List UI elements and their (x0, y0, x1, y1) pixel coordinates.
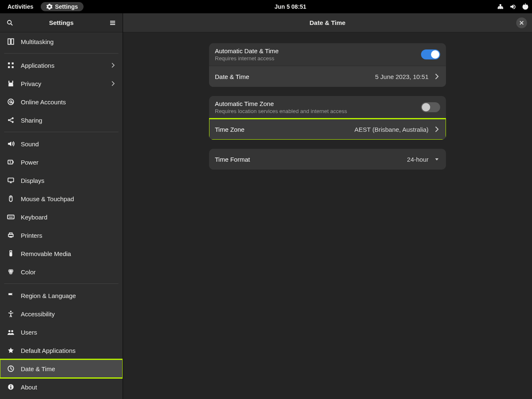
sidebar-item-applications[interactable]: Applications (0, 56, 123, 74)
sidebar-item-sound[interactable]: Sound (0, 135, 123, 153)
sidebar-separator (4, 283, 118, 284)
row-sublabel: Requires location services enabled and i… (215, 108, 416, 114)
sidebar-item-label: Printers (21, 232, 116, 239)
svg-rect-12 (8, 84, 13, 86)
svg-rect-26 (10, 236, 12, 237)
sidebar-item-default-apps[interactable]: Default Applications (0, 341, 123, 360)
automatic-time-zone-row: Automatic Time Zone Requires location se… (209, 96, 446, 119)
sidebar-item-removable[interactable]: Removable Media (0, 244, 123, 263)
sidebar-item-label: Displays (21, 177, 116, 184)
sidebar-item-color[interactable]: Color (0, 263, 123, 281)
sidebar-item-label: Mouse & Touchpad (21, 195, 116, 202)
gear-icon (47, 4, 52, 10)
svg-rect-25 (10, 233, 12, 234)
chevron-right-icon (433, 73, 440, 80)
settings-sidebar: Settings MultitaskingApplicationsPrivacy… (0, 13, 123, 399)
share-icon (7, 116, 15, 124)
gnome-top-bar: Activities Settings Jun 5 08:51 (0, 0, 532, 13)
svg-point-34 (11, 330, 13, 332)
sidebar-item-mouse[interactable]: Mouse & Touchpad (0, 190, 123, 208)
sidebar-header: Settings (0, 13, 123, 32)
sidebar-item-label: Color (21, 268, 116, 276)
users-icon (7, 328, 15, 336)
sidebar-item-privacy[interactable]: Privacy (0, 74, 123, 93)
printer-icon (7, 231, 15, 239)
usb-icon (7, 249, 15, 258)
svg-rect-20 (8, 178, 14, 182)
sidebar-separator (4, 53, 118, 54)
sidebar-item-label: Multitasking (21, 38, 116, 45)
row-label: Date & Time (215, 73, 370, 80)
panel-title: Date & Time (139, 19, 516, 26)
color-icon (7, 268, 15, 276)
time-zone-row[interactable]: Time Zone AEST (Brisbane, Australia) (209, 119, 446, 140)
automatic-date-time-switch[interactable] (421, 49, 440, 59)
sidebar-item-online-accounts[interactable]: Online Accounts (0, 93, 123, 111)
activities-button[interactable]: Activities (3, 2, 37, 11)
date-time-group: Automatic Date & Time Requires internet … (209, 43, 446, 87)
sidebar-item-label: Online Accounts (21, 99, 116, 106)
network-icon[interactable] (497, 3, 504, 10)
time-format-row[interactable]: Time Format 24-hour (209, 149, 446, 170)
sidebar-item-about[interactable]: About (0, 378, 123, 396)
svg-point-31 (9, 271, 12, 274)
sidebar-item-date-time[interactable]: Date & Time (0, 360, 123, 378)
sidebar-list: MultitaskingApplicationsPrivacyOnline Ac… (0, 32, 123, 399)
svg-rect-1 (498, 7, 499, 9)
privacy-icon (7, 79, 15, 88)
sidebar-item-displays[interactable]: Displays (0, 171, 123, 190)
row-sublabel: Requires internet access (215, 55, 416, 62)
hamburger-menu-button[interactable] (108, 18, 118, 28)
svg-rect-9 (12, 62, 14, 64)
close-button[interactable] (516, 17, 527, 28)
sidebar-item-users[interactable]: Users (0, 323, 123, 341)
keyboard-icon (7, 213, 15, 221)
svg-rect-7 (11, 39, 14, 44)
multitasking-icon (7, 37, 15, 46)
svg-point-17 (12, 121, 14, 123)
svg-point-16 (12, 117, 14, 119)
automatic-date-time-row: Automatic Date & Time Requires internet … (209, 43, 446, 66)
sidebar-item-multitasking[interactable]: Multitasking (0, 32, 123, 51)
sidebar-separator (4, 132, 118, 132)
svg-rect-38 (10, 387, 11, 389)
sidebar-item-label: Privacy (21, 80, 104, 87)
row-label: Automatic Time Zone (215, 100, 416, 107)
date-time-row[interactable]: Date & Time 5 June 2023, 10:51 (209, 66, 446, 87)
sidebar-item-keyboard[interactable]: Keyboard (0, 208, 123, 226)
svg-rect-19 (13, 161, 14, 163)
main-panel: Date & Time Automatic Date & Time Requir… (123, 13, 532, 399)
time-format-group: Time Format 24-hour (209, 149, 446, 170)
active-app-label: Settings (55, 3, 78, 10)
sidebar-item-label: Date & Time (21, 365, 116, 372)
svg-point-32 (10, 311, 12, 313)
dropdown-icon (433, 156, 440, 163)
search-button[interactable] (5, 18, 15, 28)
svg-rect-8 (8, 62, 10, 64)
row-label: Time Format (215, 156, 402, 163)
sidebar-item-region[interactable]: Region & Language (0, 286, 123, 305)
clock-icon (7, 365, 15, 373)
svg-rect-23 (7, 215, 14, 219)
power-icon (7, 158, 15, 166)
sidebar-item-accessibility[interactable]: Accessibility (0, 305, 123, 323)
display-icon (7, 176, 15, 185)
sidebar-item-label: Removable Media (21, 250, 116, 257)
sidebar-item-power[interactable]: Power (0, 153, 123, 171)
sidebar-item-printers[interactable]: Printers (0, 226, 123, 244)
power-icon[interactable] (522, 3, 529, 10)
flag-icon (7, 291, 15, 300)
main-header: Date & Time (123, 13, 532, 32)
chevron-right-icon (110, 81, 116, 86)
sidebar-item-label: Keyboard (21, 214, 116, 221)
clock[interactable]: Jun 5 08:51 (84, 3, 497, 10)
svg-point-4 (7, 20, 11, 24)
sidebar-item-label: About (21, 384, 116, 391)
svg-rect-27 (10, 251, 12, 253)
sidebar-item-label: Power (21, 159, 116, 166)
volume-icon[interactable] (510, 3, 516, 10)
active-app-indicator[interactable]: Settings (41, 2, 84, 11)
sidebar-item-label: Users (21, 329, 116, 336)
sidebar-item-sharing[interactable]: Sharing (0, 111, 123, 129)
automatic-time-zone-switch[interactable] (421, 102, 440, 112)
